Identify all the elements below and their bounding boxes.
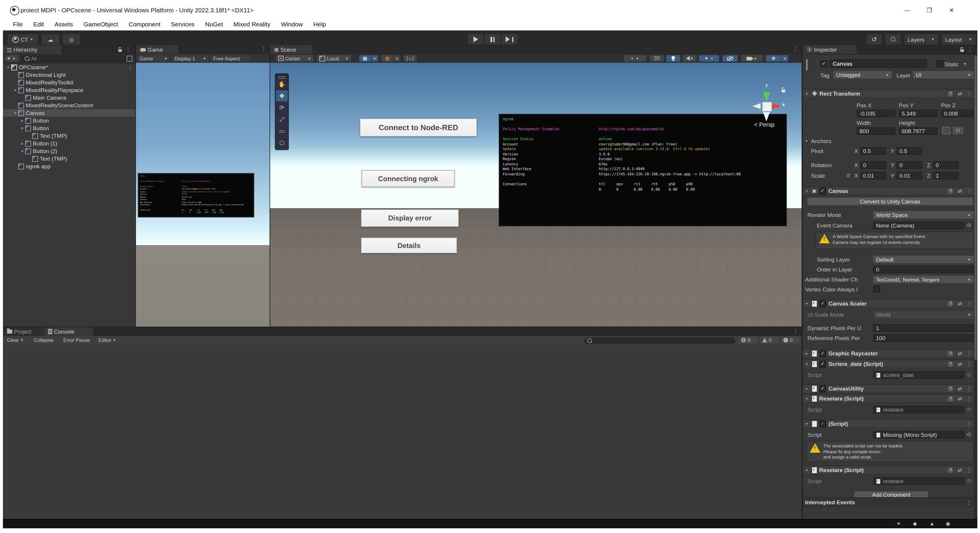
tab-scene[interactable]: ▦ Scene <box>270 45 312 54</box>
help-icon[interactable]: ? <box>948 361 954 367</box>
hierarchy-item[interactable]: MixedRealitySceneContent ⋮ <box>3 101 135 109</box>
resetare-header[interactable]: ▼ Resetare (Script) ?⇄⋮ <box>803 466 974 474</box>
hierarchy-item[interactable]: Button (2) ⋮ <box>3 147 135 155</box>
kebab-icon[interactable]: ⋮ <box>126 46 130 52</box>
kebab-icon[interactable]: ⋮ <box>128 64 133 70</box>
tab-hierarchy[interactable]: Hierarchy <box>3 45 62 54</box>
rect-transform-header[interactable]: ▼✥ Rect Transform ?⇄⋮ <box>803 89 974 98</box>
object-picker-icon[interactable]: ⊙ <box>967 478 971 484</box>
connecting-ngrok-button[interactable]: Connecting ngrok <box>361 170 455 187</box>
active-checkbox[interactable] <box>820 61 827 67</box>
effects-dropdown[interactable]: ✶▼ <box>699 55 719 62</box>
gameobject-name-field[interactable]: Canvas <box>830 59 927 68</box>
error-count-toggle[interactable]: !0 <box>781 337 800 344</box>
menu-item[interactable]: Window <box>276 18 308 30</box>
enabled-checkbox[interactable] <box>819 187 826 195</box>
script-field[interactable]: resetare <box>873 477 964 485</box>
overlay-handle[interactable] <box>278 76 285 77</box>
pause-button[interactable] <box>485 34 500 45</box>
hierarchy-search-input[interactable]: All <box>22 56 126 61</box>
play-button[interactable] <box>468 34 484 45</box>
tab-console[interactable]: Console <box>44 327 93 336</box>
enabled-checkbox[interactable] <box>819 350 826 357</box>
hierarchy-item[interactable]: Canvas ⋮ <box>3 109 135 116</box>
object-picker-icon[interactable]: ⊙ <box>967 432 971 437</box>
foldout-arrow[interactable] <box>19 119 25 122</box>
event-camera-field[interactable]: None (Camera) <box>873 222 964 229</box>
mrtk-headset-icon[interactable]: ◆ <box>913 521 917 527</box>
display-selector[interactable]: Display 1▼ <box>172 55 208 62</box>
tag-dropdown[interactable]: Untagged▼ <box>833 71 892 78</box>
tab-project[interactable]: Project <box>3 327 50 336</box>
create-object-button[interactable]: +▼ <box>5 55 19 62</box>
menu-item[interactable]: Services <box>166 18 200 30</box>
gizmos-dropdown[interactable]: ▼ <box>782 55 788 62</box>
y-axis-cone[interactable] <box>763 92 770 101</box>
convert-to-unity-canvas-button[interactable]: Convert to Unity Canvas <box>807 198 973 205</box>
view-hand-tool[interactable]: ✋ <box>276 78 288 90</box>
transform-tool[interactable]: ⬡ <box>276 137 288 148</box>
add-component-button[interactable]: Add Component <box>854 492 928 498</box>
scale-x-field[interactable]: 0.01 <box>860 172 886 179</box>
presets-icon[interactable]: ⇄ <box>958 91 962 96</box>
order-in-layer-field[interactable]: 0 <box>873 266 974 273</box>
kebab-icon[interactable]: ⋮ <box>966 350 972 356</box>
help-icon[interactable]: ? <box>948 91 954 96</box>
kebab-icon[interactable]: ⋮ <box>793 328 798 334</box>
minimize-button[interactable]: — <box>897 5 917 16</box>
object-picker-icon[interactable]: ⊙ <box>967 372 971 378</box>
presets-icon[interactable]: ⇄ <box>958 396 962 401</box>
rotation-z-field[interactable]: 0 <box>933 161 959 169</box>
rotation-y-field[interactable]: 0 <box>897 161 922 169</box>
search-button[interactable] <box>885 34 900 45</box>
search-filter-icon[interactable] <box>127 56 132 62</box>
missing-script-header[interactable]: ▼ (Script) ⋮ <box>803 419 974 428</box>
kebab-icon[interactable]: ⋮ <box>966 499 972 505</box>
presets-icon[interactable]: ⇄ <box>958 467 962 473</box>
scale-tool[interactable]: ⤢ <box>276 114 288 125</box>
foldout-arrow[interactable] <box>19 142 25 145</box>
pos-z-field[interactable]: 0.008 <box>941 110 974 117</box>
kebab-icon[interactable]: ⋮ <box>966 300 972 306</box>
hierarchy-item[interactable]: Main Camera ⋮ <box>3 94 135 101</box>
2d-toggle[interactable]: 2D <box>650 55 664 62</box>
gizmo-center-cube[interactable] <box>762 102 772 112</box>
enabled-checkbox[interactable] <box>819 360 826 367</box>
presets-icon[interactable]: ⇄ <box>958 350 962 356</box>
vertex-color-checkbox[interactable] <box>873 286 880 293</box>
kebab-icon[interactable]: ⋮ <box>966 91 972 96</box>
help-icon[interactable]: ? <box>948 386 954 391</box>
editor-dropdown[interactable]: Editor▼ <box>95 337 121 344</box>
persp-label[interactable]: < Persp <box>754 121 775 128</box>
details-button[interactable]: Details <box>361 238 457 253</box>
kebab-icon[interactable]: ⋮ <box>966 386 972 391</box>
grid-snap-button[interactable]: ▦ <box>359 55 371 62</box>
foldout-arrow[interactable] <box>12 88 18 92</box>
object-picker-icon[interactable]: ⊙ <box>967 406 971 412</box>
menu-item[interactable]: GameObject <box>78 18 123 30</box>
lighting-toggle[interactable] <box>666 55 680 62</box>
move-tool[interactable]: ✥ <box>276 90 288 101</box>
script-field[interactable]: resetare <box>873 406 964 413</box>
pivot-y-field[interactable]: 0.5 <box>897 147 922 155</box>
hierarchy-item[interactable]: MixedRealityToolkit ⋮ <box>3 78 135 86</box>
snap-increment-dropdown[interactable]: ▼ <box>394 55 400 62</box>
scale-y-field[interactable]: 0.01 <box>897 172 922 179</box>
back-axis-cone[interactable] <box>752 103 760 109</box>
down-axis-cone[interactable] <box>763 112 770 121</box>
enabled-checkbox[interactable] <box>819 420 826 427</box>
x-axis-cone[interactable] <box>772 103 781 109</box>
aspect-selector[interactable]: Free Aspect <box>211 55 250 62</box>
enabled-checkbox[interactable] <box>819 300 826 307</box>
link-scale-icon[interactable]: ⊘ <box>846 172 851 178</box>
hierarchy-item[interactable]: Directional Light ⋮ <box>3 71 135 78</box>
static-checkbox[interactable] <box>936 61 943 67</box>
display-error-button[interactable]: Display error <box>361 209 459 227</box>
missing-script-field[interactable]: Missing (Mono Script) <box>873 431 964 439</box>
graphic-raycaster-header[interactable]: ► Graphic Raycaster ?⇄⋮ <box>803 349 974 357</box>
maximize-button[interactable]: ❐ <box>920 5 939 16</box>
step-button[interactable] <box>501 34 517 45</box>
hidden-objects-toggle[interactable] <box>722 55 738 62</box>
hierarchy-item[interactable]: ngrok app ⋮ <box>3 163 135 170</box>
height-field[interactable]: 608.7977 <box>899 127 937 135</box>
